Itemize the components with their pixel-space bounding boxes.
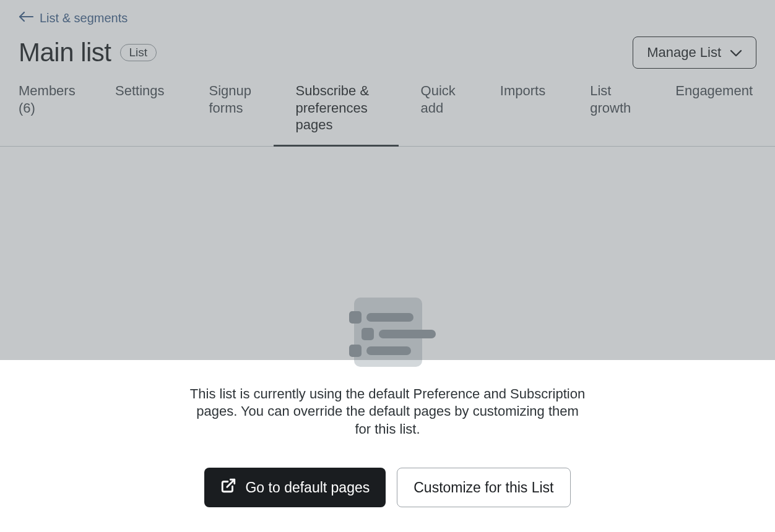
breadcrumb-back[interactable]: List & segments: [19, 11, 128, 25]
tabs-nav: Members (6) Settings Signup forms Subscr…: [0, 82, 775, 147]
manage-list-label: Manage List: [647, 45, 721, 61]
chevron-down-icon: [730, 45, 742, 61]
action-buttons: Go to default pages Customize for this L…: [0, 468, 775, 507]
external-link-icon: [220, 478, 236, 497]
go-to-default-pages-label: Go to default pages: [245, 479, 370, 496]
customize-for-list-label: Customize for this List: [413, 479, 553, 496]
page-title: Main list: [19, 38, 111, 67]
tab-imports[interactable]: Imports: [478, 82, 568, 111]
tab-subscribe-preferences[interactable]: Subscribe & preferences pages: [274, 82, 399, 147]
go-to-default-pages-button[interactable]: Go to default pages: [204, 468, 386, 507]
tab-list-growth[interactable]: List growth: [568, 82, 653, 127]
empty-state-icon: [350, 295, 425, 369]
svg-line-1: [227, 480, 235, 487]
list-type-badge: List: [120, 44, 157, 61]
tab-members[interactable]: Members (6): [0, 82, 93, 127]
tab-signup-forms[interactable]: Signup forms: [187, 82, 274, 127]
breadcrumb-label: List & segments: [40, 11, 128, 25]
title-row: Main list List Manage List: [19, 36, 756, 69]
customize-for-list-button[interactable]: Customize for this List: [397, 468, 570, 507]
tab-engagement[interactable]: Engagement: [653, 82, 775, 111]
empty-state-message: This list is currently using the default…: [189, 385, 586, 439]
manage-list-button[interactable]: Manage List: [633, 36, 756, 69]
title-left: Main list List: [19, 38, 157, 67]
tab-settings[interactable]: Settings: [93, 82, 187, 111]
tab-quick-add[interactable]: Quick add: [399, 82, 478, 127]
page-header: List & segments Main list List Manage Li…: [0, 0, 775, 69]
tab-content: This list is currently using the default…: [0, 147, 775, 508]
arrow-left-icon: [19, 11, 33, 25]
